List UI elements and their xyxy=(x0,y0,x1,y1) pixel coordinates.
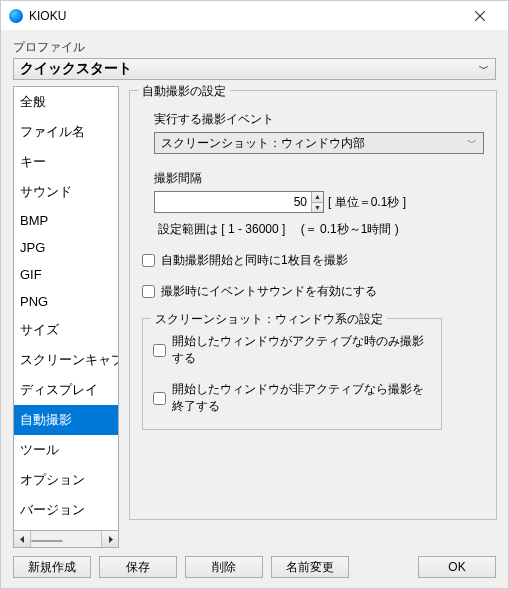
ok-button[interactable]: OK xyxy=(418,556,496,578)
auto-capture-group: 自動撮影の設定 実行する撮影イベント スクリーンショット：ウィンドウ内部 ﹀ 撮… xyxy=(129,90,497,520)
new-button[interactable]: 新規作成 xyxy=(13,556,91,578)
sidebar-item[interactable]: PNG xyxy=(14,288,118,315)
interval-input[interactable] xyxy=(155,192,311,212)
scroll-thumb[interactable] xyxy=(31,540,63,542)
stop-inactive-label: 開始したウィンドウが非アクティブなら撮影を終了する xyxy=(172,381,431,415)
sidebar-item[interactable]: サイズ xyxy=(14,315,118,345)
button-bar: 新規作成 保存 削除 名前変更 OK xyxy=(13,548,496,578)
sound-label: 撮影時にイベントサウンドを有効にする xyxy=(161,283,377,300)
active-only-label: 開始したウィンドウがアクティブな時のみ撮影する xyxy=(172,333,431,367)
sidebar-wrap: 全般ファイル名キーサウンドBMPJPGGIFPNGサイズスクリーンキャプディスプ… xyxy=(13,86,119,548)
save-button[interactable]: 保存 xyxy=(99,556,177,578)
triangle-right-icon xyxy=(107,536,114,543)
scroll-right-button[interactable] xyxy=(101,531,118,547)
sound-input[interactable] xyxy=(142,285,155,298)
triangle-left-icon xyxy=(19,536,26,543)
sidebar-item[interactable]: 自動撮影 xyxy=(14,405,118,435)
interval-label: 撮影間隔 xyxy=(154,170,484,187)
close-button[interactable] xyxy=(460,2,500,30)
window-title: KIOKU xyxy=(29,9,460,23)
group-title: 自動撮影の設定 xyxy=(138,83,230,100)
sidebar-item[interactable]: オプション xyxy=(14,465,118,495)
window-subgroup: スクリーンショット：ウィンドウ系の設定 開始したウィンドウがアクティブな時のみ撮… xyxy=(142,318,442,430)
spin-up-button[interactable]: ▲ xyxy=(311,192,323,203)
interval-field: ▲ ▼ xyxy=(154,191,324,213)
svg-marker-2 xyxy=(20,536,24,543)
profile-label: プロファイル xyxy=(13,39,496,56)
dialog-body: プロファイル クイックスタート ﹀ 全般ファイル名キーサウンドBMPJPGGIF… xyxy=(1,31,508,588)
sidebar-item[interactable]: バージョン xyxy=(14,495,118,525)
first-shot-label: 自動撮影開始と同時に1枚目を撮影 xyxy=(161,252,348,269)
sidebar-item[interactable]: スクリーンキャプ xyxy=(14,345,118,375)
sidebar-item[interactable]: サウンド xyxy=(14,177,118,207)
sidebar-item[interactable]: ツール xyxy=(14,435,118,465)
sidebar-item[interactable]: ディスプレイ xyxy=(14,375,118,405)
profile-selected-value: クイックスタート xyxy=(20,60,132,78)
interval-spinner: ▲ ▼ xyxy=(311,192,323,212)
profile-select[interactable]: クイックスタート ﹀ xyxy=(13,58,496,80)
scroll-left-button[interactable] xyxy=(14,531,31,547)
event-select[interactable]: スクリーンショット：ウィンドウ内部 ﹀ xyxy=(154,132,484,154)
stop-inactive-input[interactable] xyxy=(153,392,166,405)
interval-range-hint: 設定範囲は [ 1 - 36000 ] (＝ 0.1秒～1時間 ) xyxy=(158,221,484,238)
active-only-checkbox[interactable]: 開始したウィンドウがアクティブな時のみ撮影する xyxy=(153,333,431,367)
event-selected-value: スクリーンショット：ウィンドウ内部 xyxy=(161,135,365,152)
delete-button[interactable]: 削除 xyxy=(185,556,263,578)
spin-down-button[interactable]: ▼ xyxy=(311,203,323,213)
titlebar: KIOKU xyxy=(1,1,508,31)
first-shot-checkbox[interactable]: 自動撮影開始と同時に1枚目を撮影 xyxy=(142,252,484,269)
sidebar-item[interactable]: 全般 xyxy=(14,87,118,117)
chevron-down-icon: ﹀ xyxy=(479,62,489,76)
content-panel: 自動撮影の設定 実行する撮影イベント スクリーンショット：ウィンドウ内部 ﹀ 撮… xyxy=(119,86,497,548)
rename-button[interactable]: 名前変更 xyxy=(271,556,349,578)
sidebar-item[interactable]: キー xyxy=(14,147,118,177)
sidebar-item[interactable]: BMP xyxy=(14,207,118,234)
app-icon xyxy=(9,9,23,23)
first-shot-input[interactable] xyxy=(142,254,155,267)
sidebar-item[interactable]: JPG xyxy=(14,234,118,261)
event-label: 実行する撮影イベント xyxy=(154,111,484,128)
close-icon xyxy=(475,11,485,21)
subgroup-title: スクリーンショット：ウィンドウ系の設定 xyxy=(151,311,387,328)
active-only-input[interactable] xyxy=(153,344,166,357)
sidebar-item[interactable]: GIF xyxy=(14,261,118,288)
sound-checkbox[interactable]: 撮影時にイベントサウンドを有効にする xyxy=(142,283,484,300)
app-window: KIOKU プロファイル クイックスタート ﹀ 全般ファイル名キーサウンドBMP… xyxy=(0,0,509,589)
category-list[interactable]: 全般ファイル名キーサウンドBMPJPGGIFPNGサイズスクリーンキャプディスプ… xyxy=(13,86,119,531)
interval-unit: [ 単位＝0.1秒 ] xyxy=(328,194,406,211)
sidebar-item[interactable]: ファイル名 xyxy=(14,117,118,147)
main-area: 全般ファイル名キーサウンドBMPJPGGIFPNGサイズスクリーンキャプディスプ… xyxy=(13,86,496,548)
svg-marker-3 xyxy=(109,536,113,543)
stop-inactive-checkbox[interactable]: 開始したウィンドウが非アクティブなら撮影を終了する xyxy=(153,381,431,415)
horizontal-scrollbar[interactable] xyxy=(13,531,119,548)
chevron-down-icon: ﹀ xyxy=(467,136,477,150)
